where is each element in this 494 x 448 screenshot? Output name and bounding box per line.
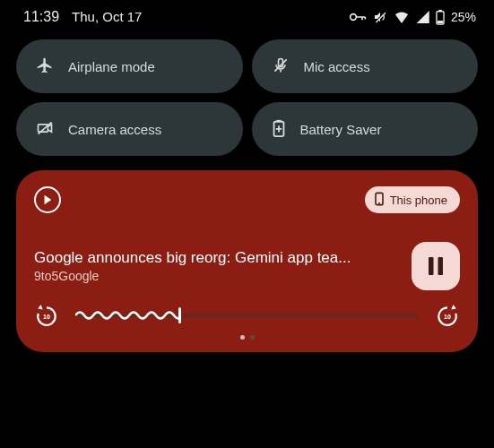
svg-point-0 (351, 14, 357, 21)
svg-rect-5 (438, 21, 443, 23)
battery-saver-tile[interactable]: Battery Saver (252, 102, 479, 156)
mic-off-icon (272, 56, 290, 77)
tile-label: Battery Saver (300, 122, 382, 137)
battery-percent: 25% (451, 10, 476, 24)
pause-button[interactable] (412, 242, 460, 290)
battery-saver-icon (272, 119, 286, 140)
status-right: 25% (349, 9, 476, 25)
rewind-amount: 10 (34, 314, 59, 320)
wifi-icon (394, 11, 410, 23)
svg-rect-11 (276, 119, 281, 121)
forward-10-button[interactable]: 10 (435, 303, 460, 328)
tile-label: Airplane mode (68, 59, 155, 74)
media-content-row: Google announces big reorg: Gemini app t… (34, 242, 460, 290)
media-pager (34, 335, 460, 340)
rewind-10-button[interactable]: 10 (34, 303, 59, 328)
svg-rect-14 (429, 257, 434, 275)
output-device-chip[interactable]: This phone (365, 186, 460, 213)
date-label: Thu, Oct 17 (72, 9, 142, 24)
status-left: 11:39 Thu, Oct 17 (23, 9, 142, 25)
forward-amount: 10 (435, 314, 460, 320)
status-bar: 11:39 Thu, Oct 17 (0, 0, 494, 29)
pager-dot-active[interactable] (240, 335, 245, 340)
svg-rect-4 (438, 10, 442, 12)
media-player-card: This phone Google announces big reorg: G… (16, 170, 478, 352)
progress-played (75, 309, 178, 322)
cellular-signal-icon (415, 11, 429, 23)
tile-label: Mic access (304, 59, 370, 74)
phone-icon (374, 192, 385, 209)
media-title: Google announces big reorg: Gemini app t… (34, 249, 399, 267)
progress-thumb[interactable] (178, 307, 181, 323)
media-app-icon[interactable] (34, 186, 61, 213)
airplane-mode-tile[interactable]: Airplane mode (16, 39, 243, 93)
tile-label: Camera access (68, 122, 161, 137)
clock: 11:39 (23, 9, 59, 25)
vpn-key-icon (349, 12, 367, 22)
media-controls-row: 10 10 (34, 303, 460, 328)
mic-access-tile[interactable]: Mic access (252, 39, 479, 93)
camera-off-icon (36, 119, 54, 140)
media-text: Google announces big reorg: Gemini app t… (34, 249, 399, 283)
battery-icon (435, 9, 446, 25)
camera-access-tile[interactable]: Camera access (16, 102, 243, 156)
volume-muted-icon (372, 10, 388, 24)
svg-rect-15 (438, 257, 444, 275)
media-header: This phone (34, 186, 460, 213)
media-subtitle: 9to5Google (34, 269, 399, 283)
notification-shade: 11:39 Thu, Oct 17 (0, 0, 494, 448)
airplane-icon (36, 56, 54, 77)
pager-dot[interactable] (250, 335, 255, 340)
device-label: This phone (390, 194, 447, 207)
quick-settings-grid: Airplane mode Mic access Camera access (0, 29, 494, 167)
media-progress-bar[interactable] (75, 306, 419, 324)
